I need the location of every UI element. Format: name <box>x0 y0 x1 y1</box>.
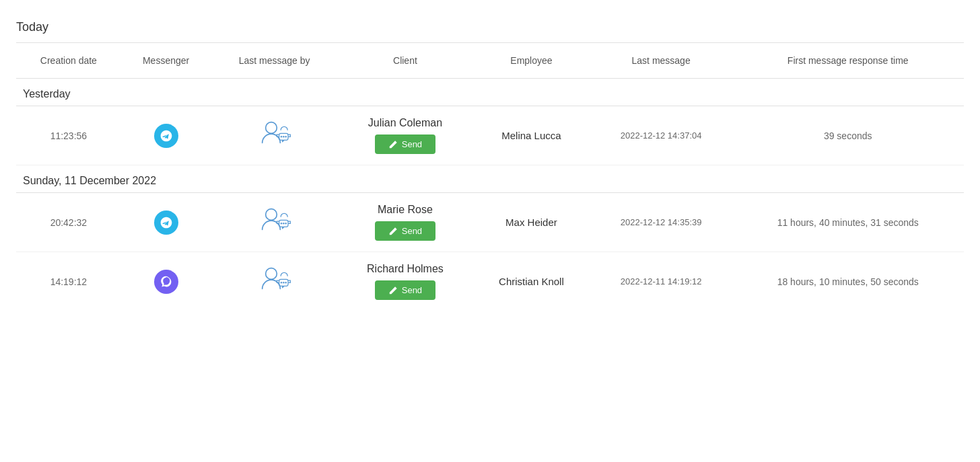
col-last-message: Last message <box>590 43 732 79</box>
agent-icon <box>258 264 291 297</box>
svg-point-5 <box>265 209 277 221</box>
svg-point-7 <box>280 223 282 225</box>
table-row: 11:23:56 Julian Coleman Send M <box>16 106 964 165</box>
conversations-table: Creation date Messenger Last message by … <box>16 43 964 311</box>
client-name: Richard Holmes <box>367 263 444 275</box>
client-cell: Richard Holmes Send <box>338 252 473 311</box>
svg-point-10 <box>265 268 277 280</box>
client-name: Julian Coleman <box>368 117 442 129</box>
col-employee: Employee <box>473 43 590 79</box>
svg-point-13 <box>283 282 285 284</box>
svg-point-0 <box>265 122 277 134</box>
client-cell: Julian Coleman Send <box>338 106 473 165</box>
send-button[interactable]: Send <box>375 134 435 154</box>
table-row: 14:19:12 Richard Holmes Send C <box>16 252 964 311</box>
employee-cell: Melina Lucca <box>473 106 590 165</box>
pencil-icon <box>388 140 398 149</box>
response-time-cell: 39 seconds <box>732 106 964 165</box>
svg-point-8 <box>283 223 285 225</box>
viber-icon <box>154 270 178 294</box>
creation-time-cell: 20:42:32 <box>16 193 121 252</box>
employee-cell: Max Heider <box>473 193 590 252</box>
send-button[interactable]: Send <box>375 280 435 300</box>
messenger-cell <box>121 252 211 311</box>
group-row-sunday-11-dec: Sunday, 11 December 2022 <box>16 165 964 193</box>
table-row: 20:42:32 Marie Rose Send Max H <box>16 193 964 252</box>
col-last-message-by: Last message by <box>211 43 337 79</box>
last-message-cell: 2022-12-11 14:19:12 <box>590 252 732 311</box>
svg-point-9 <box>285 223 287 225</box>
response-time-cell: 11 hours, 40 minutes, 31 seconds <box>732 193 964 252</box>
client-cell: Marie Rose Send <box>338 193 473 252</box>
group-row-yesterday: Yesterday <box>16 79 964 106</box>
creation-time-cell: 14:19:12 <box>16 252 121 311</box>
col-creation-date: Creation date <box>16 43 121 79</box>
send-button[interactable]: Send <box>375 221 435 241</box>
telegram-icon <box>154 124 178 148</box>
agent-icon-cell <box>211 252 337 311</box>
telegram-icon <box>154 210 178 235</box>
messenger-cell <box>121 106 211 165</box>
svg-point-12 <box>280 282 282 284</box>
agent-icon <box>258 118 291 151</box>
response-time-cell: 18 hours, 10 minutes, 50 seconds <box>732 252 964 311</box>
employee-cell: Christian Knoll <box>473 252 590 311</box>
pencil-icon <box>388 286 398 295</box>
svg-point-14 <box>285 282 287 284</box>
last-message-cell: 2022-12-12 14:35:39 <box>590 193 732 252</box>
agent-icon <box>258 204 291 238</box>
col-messenger: Messenger <box>121 43 211 79</box>
messenger-cell <box>121 193 211 252</box>
page-container: Today Creation date Messenger Last messa… <box>0 0 980 462</box>
svg-point-2 <box>280 136 282 138</box>
svg-point-3 <box>283 136 285 138</box>
pencil-icon <box>388 227 398 236</box>
today-section-title: Today <box>16 13 964 42</box>
group-label: Sunday, 11 December 2022 <box>16 165 964 193</box>
col-response-time: First message response time <box>732 43 964 79</box>
agent-icon-cell <box>211 106 337 165</box>
last-message-cell: 2022-12-12 14:37:04 <box>590 106 732 165</box>
col-client: Client <box>338 43 473 79</box>
client-name: Marie Rose <box>378 204 433 216</box>
creation-time-cell: 11:23:56 <box>16 106 121 165</box>
agent-icon-cell <box>211 193 337 252</box>
table-header-row: Creation date Messenger Last message by … <box>16 43 964 79</box>
group-label: Yesterday <box>16 79 964 106</box>
svg-point-4 <box>285 136 287 138</box>
